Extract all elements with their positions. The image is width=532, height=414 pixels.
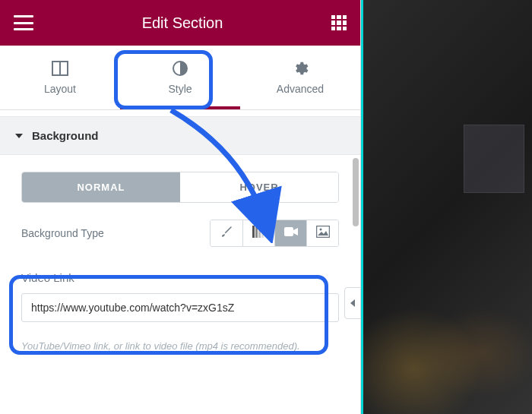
section-title: Background: [32, 129, 99, 142]
video-link-label: Video Link: [21, 271, 339, 284]
svg-rect-8: [316, 226, 329, 238]
panel-title: Edit Section: [142, 14, 223, 32]
bg-type-classic-button[interactable]: [211, 220, 242, 246]
settings-scroll-area: Background NORMAL HOVER Background Type: [0, 110, 360, 414]
video-link-input[interactable]: [21, 293, 339, 322]
bg-type-gradient-button[interactable]: [242, 220, 274, 246]
tab-advanced[interactable]: Advanced: [240, 46, 360, 109]
svg-rect-5: [258, 226, 261, 238]
gradient-icon: [252, 226, 266, 241]
background-type-row: Background Type: [0, 203, 360, 254]
preview-background-element: [363, 262, 532, 414]
scrollbar[interactable]: [353, 158, 359, 226]
bg-type-slideshow-button[interactable]: [306, 220, 338, 246]
state-toggle: NORMAL HOVER: [21, 172, 339, 203]
panel-header: Edit Section: [0, 0, 360, 46]
svg-point-9: [319, 229, 321, 231]
svg-rect-4: [255, 226, 258, 238]
background-type-label: Background Type: [21, 227, 104, 239]
video-camera-icon: [284, 226, 298, 240]
state-hover-button[interactable]: HOVER: [180, 172, 338, 202]
background-type-group: [210, 220, 339, 247]
video-link-helper: YouTube/Vimeo link, or link to video fil…: [21, 339, 339, 354]
hamburger-menu-icon[interactable]: [14, 15, 33, 30]
svg-rect-7: [284, 227, 293, 236]
style-icon: [172, 60, 188, 77]
preview-background-element: [464, 125, 524, 193]
collapse-panel-button[interactable]: [344, 287, 361, 319]
bg-type-video-button[interactable]: [274, 220, 306, 246]
gear-icon: [292, 60, 309, 77]
page-preview[interactable]: [361, 0, 532, 414]
tab-advanced-label: Advanced: [277, 83, 324, 95]
chevron-left-icon: [350, 299, 355, 307]
svg-rect-3: [252, 226, 255, 238]
svg-rect-6: [261, 226, 264, 238]
tab-style-label: Style: [168, 83, 192, 95]
caret-down-icon: [15, 134, 23, 138]
tab-style[interactable]: Style: [120, 46, 240, 109]
tab-layout-label: Layout: [44, 83, 76, 95]
layout-icon: [52, 60, 68, 77]
image-icon: [316, 226, 330, 241]
tab-layout[interactable]: Layout: [0, 46, 120, 109]
state-normal-button[interactable]: NORMAL: [22, 172, 180, 202]
video-link-section: Video Link: [14, 261, 347, 333]
section-toggle-background[interactable]: Background: [0, 116, 360, 155]
brush-icon: [220, 225, 233, 242]
tabs-bar: Layout Style Advanced: [0, 46, 360, 110]
apps-grid-icon[interactable]: [331, 15, 347, 30]
